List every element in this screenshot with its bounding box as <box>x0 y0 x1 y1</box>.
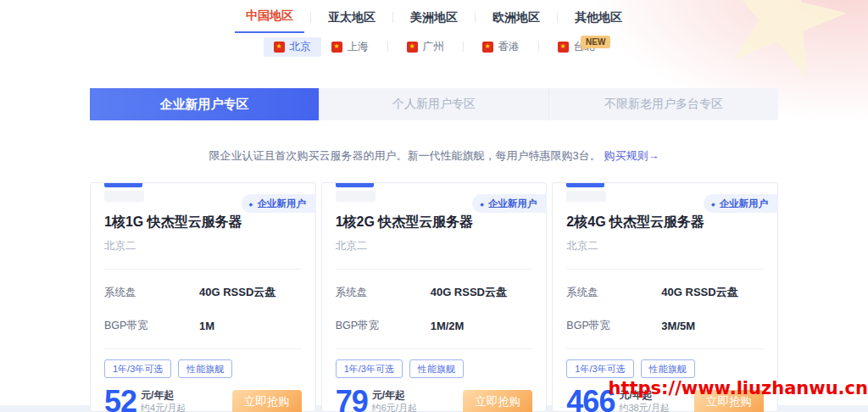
card-title: 1核1G 快杰型云服务器 <box>104 214 302 231</box>
city-selector: ★ 北京 ★ 上海 ★ 广州 ★ 香港 ★ 台北 <box>0 36 868 57</box>
card-region: 北京二 <box>566 239 764 253</box>
card-ghost-bar <box>104 191 144 202</box>
price-amount: 79 <box>336 387 368 412</box>
star-icon: ★ <box>333 43 339 50</box>
card-region: 北京二 <box>104 239 302 253</box>
card-accent-bar <box>104 183 142 187</box>
china-flag-icon: ★ <box>274 42 285 53</box>
china-flag-icon: ★ <box>331 42 342 53</box>
city-item-guangzhou[interactable]: ★ 广州 <box>397 37 454 57</box>
nav-tab-europe[interactable]: 欧洲地区 <box>481 7 551 33</box>
enterprise-user-badge: ◆ 企业新用户 <box>704 194 778 213</box>
spec-row: BGP带宽 3M/5M <box>566 309 764 342</box>
price-amount: 52 <box>104 387 136 412</box>
china-flag-icon: ★ <box>407 42 418 53</box>
diamond-icon: ◆ <box>480 201 484 207</box>
term-tag: 1年/3年可选 <box>336 359 403 378</box>
city-label: 北京 <box>290 40 311 54</box>
badge-label: 企业新用户 <box>257 198 306 210</box>
nav-separator <box>392 12 393 23</box>
spec-table: 系统盘 40G RSSD云盘 BGP带宽 1M <box>104 269 302 349</box>
spec-row: 系统盘 40G RSSD云盘 <box>336 276 533 309</box>
tab-personal-new-user[interactable]: 个人新用户专区 <box>319 88 548 120</box>
price-monthly: 约6元/月起 <box>372 402 417 412</box>
nav-tab-other-label: 其他地区 <box>575 10 622 24</box>
price-monthly: 约38元/月起 <box>619 402 669 412</box>
user-zone-tabs: 企业新用户专区 个人新用户专区 不限新老用户多台专区 <box>90 88 778 120</box>
card-ghost-bar <box>566 191 606 202</box>
card-accent-bar <box>336 183 374 187</box>
spec-label: 系统盘 <box>336 286 431 300</box>
spec-label: BGP带宽 <box>566 319 661 333</box>
pricing-card-1c1g: ◆ 企业新用户 1核1G 快杰型云服务器 北京二 系统盘 40G RSSD云盘 … <box>90 182 316 412</box>
city-separator <box>387 42 388 52</box>
spec-table: 系统盘 40G RSSD云盘 BGP带宽 1M/2M <box>336 269 533 349</box>
star-icon: ★ <box>409 43 415 50</box>
card-region: 北京二 <box>336 239 533 253</box>
term-tag: 1年/3年可选 <box>104 359 171 378</box>
region-nav: 中国地区 亚太地区 美洲地区 欧洲地区 其他地区 NEW <box>0 0 868 33</box>
buy-now-button[interactable]: 立即抢购 <box>463 390 532 412</box>
nav-tab-china[interactable]: 中国地区 <box>235 5 304 33</box>
spec-row: BGP带宽 1M/2M <box>336 309 533 342</box>
china-flag-icon: ★ <box>558 42 569 53</box>
enterprise-user-badge: ◆ 企业新用户 <box>242 194 316 213</box>
nav-separator <box>310 12 311 23</box>
badge-label: 企业新用户 <box>488 198 537 210</box>
spec-value: 40G RSSD云盘 <box>199 285 302 300</box>
buy-now-button[interactable]: 立即抢购 <box>232 390 302 412</box>
pricing-card-1c2g: ◆ 企业新用户 1核2G 快杰型云服务器 北京二 系统盘 40G RSSD云盘 … <box>321 182 548 412</box>
price-row: 52 元/年起 约4元/月起 立即抢购 <box>104 387 302 412</box>
notice-text: 限企业认证且首次购买云服务器的用户。新一代性能旗舰，每用户特惠限购3台。 <box>209 149 601 162</box>
spec-value: 40G RSSD云盘 <box>661 285 764 300</box>
nav-tab-americas[interactable]: 美洲地区 <box>399 7 469 33</box>
spec-value: 1M/2M <box>431 320 533 332</box>
spec-row: BGP带宽 1M <box>104 309 302 342</box>
spec-label: BGP带宽 <box>104 319 199 333</box>
china-flag-icon: ★ <box>482 42 493 53</box>
price-monthly: 约4元/月起 <box>141 402 186 412</box>
flagship-tag: 性能旗舰 <box>178 359 232 378</box>
city-label: 上海 <box>348 40 369 54</box>
city-label: 香港 <box>498 40 520 54</box>
city-label: 广州 <box>423 40 444 54</box>
spec-table: 系统盘 40G RSSD云盘 BGP带宽 3M/5M <box>566 269 764 349</box>
city-item-beijing[interactable]: ★ 北京 <box>264 37 321 57</box>
nav-separator <box>475 12 476 23</box>
diamond-icon: ◆ <box>249 201 253 207</box>
price-block: 52 元/年起 约4元/月起 <box>104 387 186 412</box>
city-separator <box>463 42 464 52</box>
spec-value: 3M/5M <box>661 320 764 332</box>
purchase-rules-link[interactable]: 购买规则→ <box>604 149 659 162</box>
price-block: 79 元/年起 约6元/月起 <box>336 387 417 412</box>
card-accent-bar <box>566 183 604 187</box>
tab-enterprise-new-user[interactable]: 企业新用户专区 <box>90 88 319 120</box>
card-title: 2核4G 快杰型云服务器 <box>566 214 764 231</box>
price-unit: 元/年起 <box>141 389 186 402</box>
card-ghost-bar <box>336 191 376 202</box>
city-item-shanghai[interactable]: ★ 上海 <box>321 37 379 57</box>
nav-tab-asia-pacific[interactable]: 亚太地区 <box>317 7 387 33</box>
tab-multi-unit[interactable]: 不限新老用户多台专区 <box>548 88 778 120</box>
diamond-icon: ◆ <box>711 201 715 207</box>
spec-value: 1M <box>199 320 302 332</box>
spec-row: 系统盘 40G RSSD云盘 <box>104 276 302 309</box>
flagship-tag: 性能旗舰 <box>641 359 695 378</box>
nav-tab-other[interactable]: 其他地区 NEW <box>564 7 633 33</box>
flagship-tag: 性能旗舰 <box>409 359 464 378</box>
new-badge: NEW <box>581 36 610 48</box>
watermark-url: https://www.liuzhanwu.cn <box>609 378 868 398</box>
price-row: 79 元/年起 约6元/月起 立即抢购 <box>336 387 533 412</box>
spec-row: 系统盘 40G RSSD云盘 <box>566 276 764 309</box>
card-title: 1核2G 快杰型云服务器 <box>336 214 533 231</box>
tag-row: 1年/3年可选 性能旗舰 <box>104 359 302 378</box>
spec-label: 系统盘 <box>566 286 661 300</box>
spec-value: 40G RSSD云盘 <box>431 285 533 300</box>
badge-label: 企业新用户 <box>720 198 769 210</box>
star-icon: ★ <box>484 43 490 50</box>
city-item-hongkong[interactable]: ★ 香港 <box>472 37 530 57</box>
star-icon: ★ <box>275 43 281 50</box>
tag-row: 1年/3年可选 性能旗舰 <box>336 359 533 378</box>
price-units: 元/年起 约6元/月起 <box>372 387 417 412</box>
star-icon: ★ <box>559 43 565 50</box>
